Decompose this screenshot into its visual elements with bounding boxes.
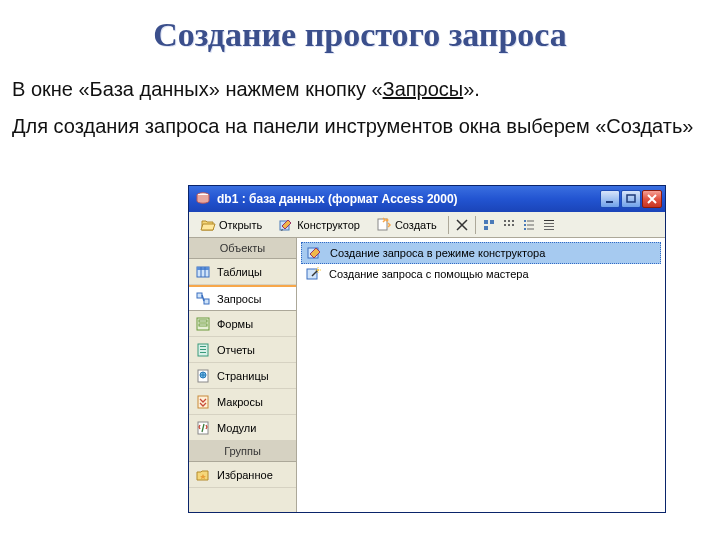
- main-area: Создание запроса в режиме конструктора С…: [297, 238, 665, 512]
- toolbar: Открыть Конструктор Создать: [189, 212, 665, 238]
- queries-icon: [195, 291, 211, 307]
- svg-rect-10: [508, 220, 510, 222]
- paragraph-1: В окне «База данных» нажмем кнопку «Запр…: [12, 76, 708, 103]
- window-title: db1 : база данных (формат Access 2000): [217, 192, 600, 206]
- svg-rect-36: [200, 349, 206, 350]
- forms-icon: [195, 316, 211, 332]
- svg-rect-26: [197, 267, 209, 270]
- svg-rect-15: [524, 220, 526, 222]
- design-button[interactable]: Конструктор: [271, 215, 367, 235]
- sidebar-item-favorites[interactable]: Избранное: [189, 462, 296, 488]
- svg-rect-29: [197, 293, 202, 298]
- sidebar-item-label: Избранное: [217, 469, 273, 481]
- svg-rect-20: [527, 228, 534, 229]
- svg-rect-23: [544, 226, 554, 227]
- para1-prefix: В окне «База данных» нажмем кнопку «: [12, 78, 383, 100]
- sidebar-item-label: Страницы: [217, 370, 269, 382]
- modules-icon: [195, 420, 211, 436]
- svg-rect-24: [544, 229, 554, 230]
- para1-underlined: Запросы: [383, 78, 464, 100]
- open-button[interactable]: Открыть: [193, 215, 269, 235]
- design-label: Конструктор: [297, 219, 360, 231]
- slide-title: Создание простого запроса: [0, 16, 720, 54]
- sidebar-item-macros[interactable]: Макросы: [189, 389, 296, 415]
- svg-point-5: [385, 218, 388, 221]
- sidebar-item-queries[interactable]: Запросы: [189, 285, 296, 311]
- svg-rect-1: [606, 201, 613, 203]
- svg-rect-18: [527, 224, 534, 225]
- toolbar-separator: [448, 216, 449, 234]
- svg-point-44: [317, 269, 320, 272]
- view-large-icons-button[interactable]: [480, 216, 498, 234]
- svg-rect-8: [484, 226, 488, 230]
- svg-rect-2: [627, 195, 635, 202]
- sidebar-item-forms[interactable]: Формы: [189, 311, 296, 337]
- svg-rect-37: [200, 352, 206, 353]
- close-button[interactable]: [642, 190, 662, 208]
- sidebar-item-tables[interactable]: Таблицы: [189, 259, 296, 285]
- objects-header[interactable]: Объекты: [189, 238, 296, 259]
- objects-sidebar: Объекты Таблицы Запросы Формы: [189, 238, 297, 512]
- tables-icon: [195, 264, 211, 280]
- sidebar-item-pages[interactable]: Страницы: [189, 363, 296, 389]
- pages-icon: [195, 368, 211, 384]
- create-icon: [376, 217, 392, 233]
- macros-icon: [195, 394, 211, 410]
- minimize-button[interactable]: [600, 190, 620, 208]
- svg-rect-21: [544, 220, 554, 221]
- svg-rect-32: [199, 320, 207, 322]
- svg-rect-22: [544, 223, 554, 224]
- groups-header[interactable]: Группы: [189, 441, 296, 462]
- sidebar-item-label: Отчеты: [217, 344, 255, 356]
- list-item-label: Создание запроса в режиме конструктора: [330, 247, 545, 259]
- titlebar[interactable]: db1 : база данных (формат Access 2000): [189, 186, 665, 212]
- sidebar-item-modules[interactable]: Модули: [189, 415, 296, 441]
- view-details-button[interactable]: [540, 216, 558, 234]
- svg-rect-17: [524, 224, 526, 226]
- reports-icon: [195, 342, 211, 358]
- open-icon: [200, 217, 216, 233]
- favorites-icon: [195, 467, 211, 483]
- sidebar-item-label: Запросы: [217, 293, 261, 305]
- svg-rect-35: [200, 346, 206, 347]
- sidebar-item-label: Таблицы: [217, 266, 262, 278]
- sidebar-item-label: Формы: [217, 318, 253, 330]
- maximize-button[interactable]: [621, 190, 641, 208]
- sidebar-item-reports[interactable]: Отчеты: [189, 337, 296, 363]
- svg-rect-6: [484, 220, 488, 224]
- svg-rect-12: [504, 224, 506, 226]
- create-button[interactable]: Создать: [369, 215, 444, 235]
- svg-rect-9: [504, 220, 506, 222]
- access-window: db1 : база данных (формат Access 2000) О…: [188, 185, 666, 513]
- toolbar-separator-2: [475, 216, 476, 234]
- window-body: Объекты Таблицы Запросы Формы: [189, 238, 665, 512]
- paragraph-2: Для создания запроса на панели инструмен…: [12, 113, 708, 140]
- svg-rect-14: [512, 224, 514, 226]
- svg-rect-19: [524, 228, 526, 230]
- svg-rect-33: [199, 324, 207, 326]
- sidebar-item-label: Макросы: [217, 396, 263, 408]
- view-list-button[interactable]: [520, 216, 538, 234]
- svg-rect-16: [527, 220, 534, 221]
- svg-rect-13: [508, 224, 510, 226]
- para1-suffix: ».: [463, 78, 480, 100]
- design-icon: [278, 217, 294, 233]
- list-item-create-wizard[interactable]: Создание запроса с помощью мастера: [301, 264, 661, 284]
- open-label: Открыть: [219, 219, 262, 231]
- wizard-icon: [306, 245, 324, 261]
- list-item-create-design[interactable]: Создание запроса в режиме конструктора: [301, 242, 661, 264]
- list-item-label: Создание запроса с помощью мастера: [329, 268, 529, 280]
- svg-rect-30: [204, 299, 209, 304]
- database-icon: [195, 192, 211, 206]
- create-label: Создать: [395, 219, 437, 231]
- wizard-wand-icon: [305, 266, 323, 282]
- view-small-icons-button[interactable]: [500, 216, 518, 234]
- delete-button[interactable]: [453, 216, 471, 234]
- sidebar-item-label: Модули: [217, 422, 256, 434]
- svg-rect-7: [490, 220, 494, 224]
- svg-rect-11: [512, 220, 514, 222]
